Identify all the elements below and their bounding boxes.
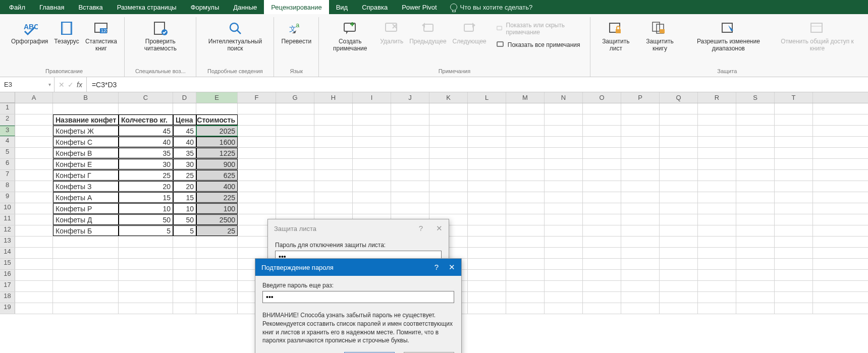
cell-I2[interactable] (353, 114, 391, 125)
cell-I3[interactable] (353, 126, 391, 136)
protect-workbook-button[interactable]: Защитить книгу (638, 18, 681, 53)
cell-Q10[interactable] (660, 203, 698, 214)
translate-button[interactable]: 文a Перевести (279, 18, 313, 46)
cell-L11[interactable] (468, 214, 506, 225)
cell-Q12[interactable] (660, 225, 698, 236)
row-header-15[interactable]: 15 (0, 259, 15, 269)
cell-T7[interactable] (775, 170, 813, 181)
cell-B12[interactable]: Конфеты Б (53, 225, 119, 236)
cell-J3[interactable] (391, 126, 429, 136)
cell-B9[interactable]: Конфеты А (53, 192, 119, 203)
cell-B4[interactable]: Конфеты С (53, 137, 119, 147)
row-header-7[interactable]: 7 (0, 170, 15, 181)
cell-O3[interactable] (583, 126, 621, 136)
cell-H4[interactable] (314, 137, 353, 147)
cell-R3[interactable] (698, 126, 736, 136)
cell-F3[interactable] (238, 126, 276, 136)
cell-B18[interactable] (53, 292, 119, 303)
cell-P3[interactable] (621, 126, 660, 136)
cell-A11[interactable] (15, 214, 53, 225)
row-header-16[interactable]: 16 (0, 270, 15, 280)
cell-C9[interactable]: 15 (119, 192, 173, 203)
cell-Q2[interactable] (660, 114, 698, 125)
cell-P4[interactable] (621, 137, 660, 147)
cell-K8[interactable] (429, 181, 468, 192)
cell-M6[interactable] (506, 159, 545, 169)
cell-N18[interactable] (545, 292, 583, 303)
cell-K5[interactable] (429, 148, 468, 158)
cell-F9[interactable] (238, 192, 276, 203)
cell-L6[interactable] (468, 159, 506, 169)
cell-P6[interactable] (621, 159, 660, 169)
cell-S9[interactable] (736, 192, 775, 203)
cell-B5[interactable]: Конфеты В (53, 148, 119, 158)
cell-B13[interactable] (53, 237, 119, 247)
col-header-K[interactable]: K (429, 92, 468, 103)
cell-A2[interactable] (15, 114, 53, 125)
cell-S17[interactable] (736, 281, 775, 291)
cell-C4[interactable]: 40 (119, 137, 173, 147)
cell-E5[interactable]: 1225 (196, 148, 238, 158)
cell-C2[interactable]: Колчество кг. (119, 114, 173, 125)
cell-Q14[interactable] (660, 248, 698, 258)
cell-L2[interactable] (468, 114, 506, 125)
cell-D3[interactable]: 45 (173, 126, 196, 136)
cell-L18[interactable] (468, 292, 506, 303)
cell-M7[interactable] (506, 170, 545, 181)
row-header-19[interactable]: 19 (0, 303, 15, 314)
cell-O7[interactable] (583, 170, 621, 181)
cell-N8[interactable] (545, 181, 583, 192)
cell-B1[interactable] (53, 103, 119, 114)
cell-H1[interactable] (314, 103, 353, 114)
cell-R7[interactable] (698, 170, 736, 181)
cell-F5[interactable] (238, 148, 276, 158)
cell-E15[interactable] (196, 259, 238, 269)
cell-L3[interactable] (468, 126, 506, 136)
row-header-2[interactable]: 2 (0, 114, 15, 125)
cell-L19[interactable] (468, 303, 506, 314)
cell-R14[interactable] (698, 248, 736, 258)
cell-S12[interactable] (736, 225, 775, 236)
row-header-11[interactable]: 11 (0, 214, 15, 225)
cell-E1[interactable] (196, 103, 238, 114)
cell-O11[interactable] (583, 214, 621, 225)
cell-Q4[interactable] (660, 137, 698, 147)
cell-G10[interactable] (276, 203, 314, 214)
cell-T10[interactable] (775, 203, 813, 214)
cell-T13[interactable] (775, 237, 813, 247)
cell-P17[interactable] (621, 281, 660, 291)
cell-T6[interactable] (775, 159, 813, 169)
cell-E14[interactable] (196, 248, 238, 258)
row-header-14[interactable]: 14 (0, 248, 15, 258)
cell-I9[interactable] (353, 192, 391, 203)
cell-D4[interactable]: 40 (173, 137, 196, 147)
cell-S8[interactable] (736, 181, 775, 192)
cell-M4[interactable] (506, 137, 545, 147)
cell-R18[interactable] (698, 292, 736, 303)
cell-J10[interactable] (391, 203, 429, 214)
cell-C16[interactable] (119, 270, 173, 280)
cell-Q3[interactable] (660, 126, 698, 136)
cell-P12[interactable] (621, 225, 660, 236)
cell-N13[interactable] (545, 237, 583, 247)
cell-E11[interactable]: 2500 (196, 214, 238, 225)
cell-B17[interactable] (53, 281, 119, 291)
cell-G3[interactable] (276, 126, 314, 136)
cell-S18[interactable] (736, 292, 775, 303)
cell-M8[interactable] (506, 181, 545, 192)
cell-G5[interactable] (276, 148, 314, 158)
formula-input[interactable]: =C3*D3 (87, 77, 868, 92)
cell-C13[interactable] (119, 237, 173, 247)
col-header-P[interactable]: P (621, 92, 660, 103)
row-header-17[interactable]: 17 (0, 281, 15, 291)
cell-D12[interactable]: 5 (173, 225, 196, 236)
cell-I7[interactable] (353, 170, 391, 181)
cell-S1[interactable] (736, 103, 775, 114)
cell-L12[interactable] (468, 225, 506, 236)
cell-B15[interactable] (53, 259, 119, 269)
cell-P5[interactable] (621, 148, 660, 158)
cell-A3[interactable] (15, 126, 53, 136)
cell-P16[interactable] (621, 270, 660, 280)
cell-C11[interactable]: 50 (119, 214, 173, 225)
cell-R16[interactable] (698, 270, 736, 280)
